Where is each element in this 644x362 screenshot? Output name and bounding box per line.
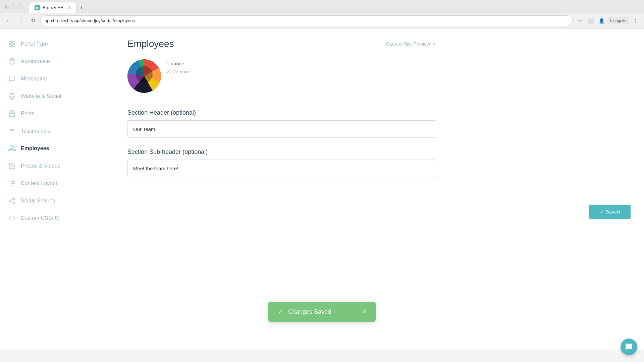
bookmark-button[interactable]: ☆	[575, 16, 585, 25]
new-tab-button[interactable]: +	[77, 3, 86, 13]
sidebar-item-custom-css[interactable]: Custom CSS/JS	[0, 209, 114, 227]
reload-button[interactable]: ↻	[28, 16, 38, 25]
url-bar[interactable]	[40, 15, 573, 26]
section-subheader-label: Section Sub-header (optional)	[127, 148, 436, 156]
browser-titlebar: ✕ B Breezy HR ✕ +	[0, 0, 644, 13]
sidebar-item-website-social[interactable]: Website & Social	[0, 87, 114, 105]
svg-point-12	[12, 129, 14, 131]
save-label: ✓ Saved	[600, 209, 620, 215]
tab-bar: B Breezy HR ✕ +	[25, 1, 90, 13]
sidebar-item-employees[interactable]: Employees	[0, 140, 114, 157]
svg-point-4	[10, 60, 11, 61]
page-title: Employees	[127, 39, 174, 49]
svg-line-25	[11, 201, 13, 202]
menu-button[interactable]: ⋮	[631, 16, 640, 25]
remove-button[interactable]: ✕ Remove	[166, 69, 190, 74]
chat-bubble-icon	[625, 343, 633, 351]
globe-icon	[8, 92, 16, 100]
incognito-badge: Incognito	[607, 17, 629, 24]
quote-icon	[8, 127, 16, 135]
people-icon	[8, 144, 16, 153]
toast-message: Changes Saved	[288, 308, 331, 315]
share-icon	[8, 197, 16, 205]
content-area: Employees Careers Site Preview ↗ Finance…	[114, 28, 449, 198]
grid-icon	[8, 40, 16, 48]
svg-rect-2	[9, 45, 11, 47]
sidebar-item-employees-label: Employees	[21, 145, 49, 152]
sidebar-item-website-social-label: Website & Social	[21, 93, 61, 99]
svg-rect-1	[13, 41, 15, 43]
sidebar-item-photos-videos-label: Photos & Videos	[21, 163, 60, 169]
sidebar-item-perks[interactable]: Perks	[0, 105, 114, 122]
section-subheader-input[interactable]	[127, 160, 436, 177]
sidebar-item-perks-label: Perks	[21, 111, 35, 117]
profile-button[interactable]: 👤	[597, 16, 606, 25]
palette-icon	[8, 57, 16, 65]
sidebar-item-portal-type-label: Portal Type	[21, 41, 48, 47]
careers-preview-label: Careers Site Preview	[386, 41, 430, 47]
page-header: Employees Careers Site Preview ↗	[127, 39, 436, 49]
back-button[interactable]: ←	[4, 16, 13, 25]
sidebar-item-content-layout-label: Content Layout	[21, 180, 57, 186]
toast-notification: ✓ Changes Saved ×	[268, 302, 376, 322]
sidebar-item-appearance[interactable]: Appearance	[0, 53, 114, 70]
sidebar-item-custom-css-label: Custom CSS/JS	[21, 215, 60, 221]
main-content: Employees Careers Site Preview ↗ Finance…	[114, 28, 644, 350]
sidebar-item-messaging-label: Messaging	[21, 76, 47, 82]
tab-favicon: B	[35, 5, 40, 10]
svg-point-22	[13, 198, 15, 200]
sidebar-item-content-layout[interactable]: Content Layout	[0, 175, 114, 192]
svg-rect-0	[9, 41, 11, 43]
section-header-form: Section Header (optional)	[127, 109, 436, 138]
sidebar-item-testimonials-label: Testimonials	[21, 128, 50, 134]
employee-info: Finance ✕ Remove	[166, 59, 190, 74]
svg-point-11	[10, 129, 12, 131]
svg-point-13	[10, 146, 12, 148]
employee-card-area: Finance ✕ Remove	[127, 59, 436, 101]
code-icon	[8, 214, 16, 222]
careers-preview-link[interactable]: Careers Site Preview ↗	[386, 41, 436, 47]
sidebar-item-social-sharing[interactable]: Social Sharing	[0, 192, 114, 209]
browser-chrome: ✕ B Breezy HR ✕ + ← → ↻ ☆ ⬜ 👤 Incognito …	[0, 0, 644, 28]
employee-dept: Finance	[166, 61, 190, 66]
svg-rect-3	[13, 45, 15, 47]
browser-tab[interactable]: B Breezy HR ✕	[29, 2, 77, 13]
sidebar-item-photos-videos[interactable]: Photos & Videos	[0, 157, 114, 175]
remove-x-icon: ✕	[166, 69, 170, 74]
window-controls: ✕	[4, 4, 22, 9]
sidebar: Portal Type Appearance Messaging Website…	[0, 28, 114, 350]
svg-point-5	[12, 59, 13, 60]
svg-line-26	[11, 199, 13, 200]
extensions-button[interactable]: ⬜	[586, 16, 595, 25]
sidebar-item-portal-type[interactable]: Portal Type	[0, 35, 114, 53]
save-button[interactable]: ✓ Saved	[589, 205, 631, 219]
section-header-input[interactable]	[127, 120, 436, 138]
svg-point-6	[13, 60, 14, 61]
forward-button[interactable]: →	[16, 16, 25, 25]
window-minimize-button[interactable]	[11, 4, 15, 9]
tab-label: Breezy HR	[43, 5, 64, 10]
chat-icon	[8, 75, 16, 83]
section-header-label: Section Header (optional)	[127, 109, 436, 116]
sidebar-item-appearance-label: Appearance	[21, 58, 50, 64]
window-maximize-button[interactable]	[17, 4, 22, 9]
photo-icon	[8, 162, 16, 170]
employee-avatar	[127, 59, 161, 93]
section-subheader-form: Section Sub-header (optional)	[127, 148, 436, 177]
remove-label: Remove	[172, 69, 190, 74]
sidebar-item-messaging[interactable]: Messaging	[0, 70, 114, 87]
chat-bubble-button[interactable]	[621, 339, 637, 355]
save-section: ✓ Saved	[114, 198, 644, 226]
svg-point-24	[13, 202, 15, 204]
window-close-button[interactable]: ✕	[4, 4, 9, 9]
sidebar-item-testimonials[interactable]: Testimonials	[0, 122, 114, 140]
gift-icon	[8, 110, 16, 118]
toolbar-icons: ☆ ⬜ 👤 Incognito ⋮	[575, 16, 640, 25]
toast-close-button[interactable]: ×	[363, 308, 366, 315]
toast-check-icon: ✓	[278, 308, 283, 316]
tab-close-button[interactable]: ✕	[68, 5, 71, 10]
svg-point-15	[10, 164, 11, 165]
sidebar-item-social-sharing-label: Social Sharing	[21, 198, 55, 204]
browser-toolbar: ← → ↻ ☆ ⬜ 👤 Incognito ⋮	[0, 13, 644, 28]
incognito-label: Incognito	[610, 18, 627, 23]
